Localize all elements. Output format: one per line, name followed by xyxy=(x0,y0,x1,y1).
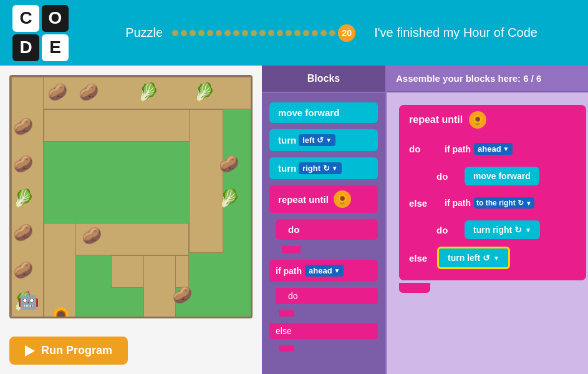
assembly-area: Assemble your blocks here: 6 / 6 repeat … xyxy=(387,66,588,374)
creature-4: 🥬 xyxy=(192,80,216,104)
asm-do-ifpath-row: do if path ahead ▼ xyxy=(399,135,586,163)
if-path-dropdown[interactable]: ahead ▼ xyxy=(305,265,344,277)
turn-left-dropdown[interactable]: left ↺ ▼ xyxy=(299,134,335,146)
assembly-header: Assemble your blocks here: 6 / 6 xyxy=(387,66,588,92)
puzzle-dot-8 xyxy=(233,30,239,36)
play-icon xyxy=(25,345,35,357)
creature-8: 🥔 xyxy=(11,220,35,244)
turn-right-block[interactable]: turn right ↻ ▼ xyxy=(269,157,378,179)
puzzle-label: Puzzle xyxy=(125,26,163,40)
asm-turn-left-text: turn left ↺ xyxy=(448,253,490,263)
logo-d: D xyxy=(12,34,39,61)
asm-turn-right-dropdown-arrow: ▼ xyxy=(525,227,531,234)
puzzle-dot-10 xyxy=(251,30,257,36)
asm-turn-left-dropdown-arrow: ▼ xyxy=(493,255,499,262)
asm-bottom-bar xyxy=(399,273,586,280)
asm-toright-dropdown[interactable]: to the right ↻ ▼ xyxy=(474,197,534,209)
puzzle-dot-17 xyxy=(312,30,318,36)
asm-toright-arrow: ▼ xyxy=(526,200,532,207)
if-path-arrow: ▼ xyxy=(334,267,340,274)
asm-sunflower-icon: 🌻 xyxy=(469,111,486,129)
creature-12: 🥬 xyxy=(217,186,241,210)
puzzle-area: Puzzle 20 I've finished my Hour of Code xyxy=(87,24,576,42)
blocks-list: move forward turn left ↺ ▼ turn right ↻ … xyxy=(262,93,385,361)
asm-ifpath2-text: if path xyxy=(445,198,471,208)
asm-ifpath-toright[interactable]: if path to the right ↻ ▼ xyxy=(437,193,542,213)
creature-7: 🥬 xyxy=(11,186,35,210)
puzzle-dot-7 xyxy=(224,30,231,36)
asm-ahead-value: ahead xyxy=(478,144,501,154)
asm-do-label-2: do xyxy=(436,171,458,182)
puzzle-dot-14 xyxy=(286,30,292,36)
creature-3: 🥬 xyxy=(136,80,160,104)
asm-do-moveforward-row: do move forward xyxy=(399,163,586,189)
do-connector xyxy=(282,246,301,253)
asm-ifpath-ahead[interactable]: if path ahead ▼ xyxy=(437,139,520,159)
turn-left-arrow: ▼ xyxy=(325,137,332,144)
else-connector xyxy=(279,345,294,352)
maze-path-right-vert xyxy=(189,109,223,253)
turn-right-text: turn xyxy=(278,163,296,174)
logo-e: E xyxy=(42,34,69,61)
logo-c: C xyxy=(12,5,39,32)
asm-ifpath-text: if path xyxy=(445,144,471,154)
puzzle-dot-16 xyxy=(303,30,309,36)
asm-do-turnright-row: do turn right ↻ ▼ xyxy=(399,217,586,243)
do-label: do xyxy=(288,224,299,235)
assembly-content: repeat until 🌻 do if path ahead ▼ xyxy=(387,92,588,305)
turn-left-block[interactable]: turn left ↺ ▼ xyxy=(269,129,378,151)
repeat-until-block[interactable]: repeat until 🌻 xyxy=(269,185,378,213)
asm-toright-value: to the right ↻ xyxy=(476,199,524,207)
if-path-block[interactable]: if path ahead ▼ xyxy=(269,260,378,282)
logo: C O D E xyxy=(12,5,69,61)
asm-repeat-block[interactable]: repeat until 🌻 xyxy=(399,105,524,135)
finished-label: I've finished my Hour of Code xyxy=(374,26,537,40)
puzzle-dot-4 xyxy=(198,30,205,36)
maze-path-lower-right xyxy=(143,255,176,318)
asm-main-block: repeat until 🌻 do if path ahead ▼ xyxy=(399,105,586,280)
puzzle-dot-6 xyxy=(216,30,222,36)
creature-14: 🥔 xyxy=(170,283,194,307)
asm-else-turnleft-row: else turn left ↺ ▼ xyxy=(399,243,586,273)
asm-ahead-dropdown[interactable]: ahead ▼ xyxy=(474,143,513,155)
turn-left-value: left ↺ xyxy=(302,135,324,145)
repeat-until-label: repeat until xyxy=(278,194,329,205)
asm-turn-right-text: turn right ↻ xyxy=(473,225,522,235)
asm-ahead-arrow: ▼ xyxy=(503,145,509,152)
blocks-header: Blocks xyxy=(262,66,385,93)
else-label: else xyxy=(276,326,292,336)
do-block: do xyxy=(276,219,378,240)
creature-13: 🥔 xyxy=(80,224,104,247)
run-program-label: Run Program xyxy=(41,344,112,357)
puzzle-dot-5 xyxy=(207,30,213,36)
turn-right-arrow: ▼ xyxy=(332,165,338,172)
puzzle-dot-11 xyxy=(259,30,266,36)
run-program-button[interactable]: Run Program xyxy=(9,337,128,365)
asm-do-label-1: do xyxy=(409,144,431,154)
creature-9: 🥔 xyxy=(11,258,35,282)
asm-else-label-1: else xyxy=(409,198,431,209)
asm-move-forward-block[interactable]: move forward xyxy=(465,167,539,185)
sunflower-icon: 🌻 xyxy=(334,190,351,208)
game-area: 🥔 🥔 🥬 🥬 🥔 🥔 🥬 🥔 🥔 🥬 🥔 🥬 🥔 🥔 🌻 🤖 Run Prog… xyxy=(0,66,262,374)
puzzle-dot-15 xyxy=(294,30,301,36)
puzzle-dot-19 xyxy=(329,30,335,36)
puzzle-dot-18 xyxy=(321,30,327,36)
blocks-panel: Blocks move forward turn left ↺ ▼ turn r… xyxy=(262,66,387,374)
creature-5: 🥔 xyxy=(11,114,35,138)
turn-right-dropdown[interactable]: right ↻ ▼ xyxy=(299,162,341,174)
asm-repeat-label: repeat until xyxy=(409,114,463,125)
move-forward-block[interactable]: move forward xyxy=(269,102,378,123)
puzzle-dot-13 xyxy=(277,30,283,36)
asm-do-label-3: do xyxy=(436,225,458,235)
move-forward-label: move forward xyxy=(278,107,339,118)
turn-left-text: turn xyxy=(278,135,296,145)
do-small-block: do xyxy=(276,288,378,304)
asm-turn-right-block[interactable]: turn right ↻ ▼ xyxy=(465,220,540,239)
puzzle-dot-12 xyxy=(268,30,274,36)
puzzle-dot-9 xyxy=(242,30,248,36)
asm-move-forward-label: move forward xyxy=(473,171,531,181)
turn-right-value: right ↻ xyxy=(302,164,330,173)
puzzle-dots: 20 xyxy=(172,24,355,42)
asm-turn-left-block[interactable]: turn left ↺ ▼ xyxy=(437,247,510,269)
